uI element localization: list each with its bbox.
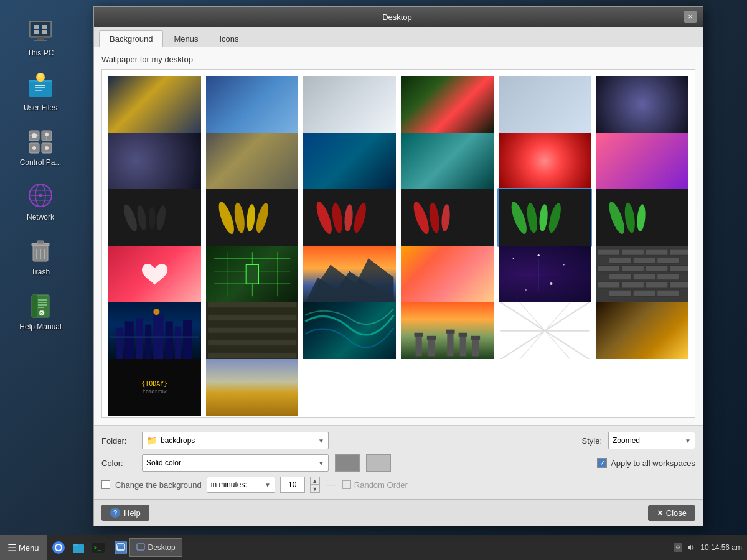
wallpaper-item[interactable] — [205, 75, 300, 134]
wallpaper-item[interactable] — [594, 245, 690, 304]
close-button[interactable]: ✕ Close — [648, 505, 695, 521]
wallpaper-item[interactable]: {TODAY} tomorrow — [107, 358, 202, 417]
taskbar-menu-button[interactable]: ☰ Menu — [0, 535, 47, 560]
apply-workspace-area: ✓ Apply to all workspaces — [597, 458, 695, 468]
sidebar-item-user-files[interactable]: User Files — [9, 67, 72, 116]
wallpaper-item[interactable] — [594, 188, 690, 247]
folder-select[interactable]: 📁 backdrops ▼ — [142, 432, 329, 449]
svg-rect-106 — [633, 290, 655, 296]
style-select[interactable]: Zoomed ▼ — [608, 432, 695, 449]
wallpaper-item[interactable] — [205, 188, 300, 247]
wallpaper-item[interactable] — [302, 245, 397, 304]
taskbar-tray-icon-1: ⚙ — [673, 543, 683, 553]
wallpaper-item[interactable] — [497, 131, 593, 190]
minutes-increase-button[interactable]: ▲ — [310, 477, 320, 485]
svg-text:⚙: ⚙ — [675, 544, 680, 551]
minutes-value[interactable]: 10 — [280, 477, 305, 493]
taskbar-files-icon[interactable] — [70, 539, 87, 556]
random-order-checkbox[interactable] — [342, 480, 351, 489]
minutes-select-arrow: ▼ — [265, 482, 271, 488]
tab-background[interactable]: Background — [99, 30, 163, 47]
taskbar-chrome-icon[interactable] — [50, 539, 67, 556]
minutes-select[interactable]: in minutes: ▼ — [207, 477, 275, 493]
wallpaper-item[interactable] — [107, 301, 202, 360]
svg-rect-132 — [446, 330, 454, 334]
wallpaper-item[interactable] — [497, 301, 593, 360]
wallpaper-item[interactable] — [400, 188, 495, 247]
help-icon: ? — [110, 508, 120, 518]
svg-rect-37 — [37, 241, 44, 244]
wallpaper-item[interactable] — [205, 245, 300, 304]
dialog-title: Desktop — [382, 12, 412, 22]
wallpaper-item[interactable] — [107, 131, 202, 190]
wallpaper-item[interactable] — [497, 245, 593, 304]
tab-icons[interactable]: Icons — [209, 30, 249, 47]
svg-rect-92 — [633, 257, 655, 263]
minutes-decrease-button[interactable]: ▼ — [310, 485, 320, 493]
taskbar-volume-icon[interactable] — [687, 543, 697, 553]
svg-rect-93 — [657, 257, 680, 263]
wallpaper-item[interactable] — [400, 131, 495, 190]
controls-row-folder: Folder: 📁 backdrops ▼ Style: Zoomed ▼ — [101, 432, 695, 449]
apply-workspace-checkbox[interactable]: ✓ — [597, 458, 607, 468]
svg-rect-42 — [32, 295, 37, 317]
sidebar: This PC User Files — [0, 0, 81, 535]
wallpaper-item[interactable] — [205, 358, 300, 417]
color-select[interactable]: Solid color ▼ — [142, 454, 329, 472]
svg-point-81 — [537, 254, 539, 256]
wallpaper-item[interactable] — [400, 245, 495, 304]
help-button[interactable]: ? Help — [101, 505, 149, 521]
taskbar-time: 10:14:56 am — [700, 543, 742, 552]
sidebar-item-help-manual[interactable]: ? Help Manual — [9, 286, 72, 335]
taskbar-terminal-icon[interactable]: >_ — [90, 539, 107, 556]
wallpaper-item[interactable] — [302, 188, 397, 247]
taskbar: ☰ Menu >_ Desktop — [0, 535, 747, 560]
taskbar-app-desktop[interactable]: Desktop — [129, 538, 182, 557]
wallpaper-item[interactable] — [302, 301, 397, 360]
wallpaper-item[interactable] — [594, 131, 690, 190]
svg-point-84 — [525, 289, 527, 291]
color-swatch-1[interactable] — [335, 454, 360, 472]
wallpaper-item[interactable] — [107, 188, 202, 247]
taskbar-icons-area: >_ — [47, 539, 110, 556]
dialog-close-button[interactable]: × — [684, 11, 697, 23]
svg-rect-105 — [609, 290, 632, 296]
svg-rect-111 — [145, 325, 151, 360]
sidebar-item-trash[interactable]: Trash — [9, 231, 72, 280]
wallpaper-item[interactable] — [302, 131, 397, 190]
wallpaper-item[interactable] — [400, 75, 495, 134]
wallpaper-item[interactable] — [497, 188, 593, 247]
tab-bar: Background Menus Icons — [94, 27, 703, 47]
color-swatch-2[interactable] — [366, 454, 391, 472]
sidebar-item-this-pc[interactable]: This PC — [9, 12, 72, 61]
svg-rect-97 — [670, 265, 688, 271]
wallpaper-item[interactable] — [302, 75, 397, 134]
svg-point-62 — [428, 202, 441, 233]
sidebar-item-control-panel[interactable]: Control Pa... — [9, 122, 72, 170]
svg-point-21 — [32, 133, 37, 138]
controls-row-change-bg: Change the background in minutes: ▼ 10 ▲… — [101, 477, 695, 493]
sidebar-item-label-network: Network — [27, 213, 54, 222]
svg-point-27 — [32, 146, 36, 150]
help-label: Help — [124, 508, 141, 518]
svg-point-67 — [547, 202, 563, 233]
change-bg-checkbox[interactable] — [101, 480, 110, 489]
tab-menus[interactable]: Menus — [163, 30, 209, 47]
wallpaper-item[interactable] — [594, 301, 690, 360]
sidebar-item-network[interactable]: Network — [9, 177, 72, 225]
wallpaper-item[interactable] — [497, 75, 593, 134]
wallpaper-item[interactable] — [205, 301, 300, 360]
wallpaper-item[interactable] — [107, 75, 202, 134]
svg-text:>_: >_ — [94, 544, 101, 551]
svg-rect-119 — [208, 309, 296, 314]
wallpaper-item[interactable] — [594, 75, 690, 134]
wallpaper-item[interactable] — [205, 131, 300, 190]
wallpaper-item[interactable] — [400, 301, 495, 360]
wallpaper-item[interactable] — [107, 245, 202, 304]
svg-rect-133 — [460, 334, 466, 357]
desktop: This PC User Files — [0, 0, 747, 560]
svg-rect-100 — [657, 274, 680, 280]
wallpaper-grid: {TODAY} tomorrow — [101, 69, 695, 418]
wallpaper-heading: Wallpaper for my desktop — [101, 55, 695, 64]
svg-rect-103 — [646, 282, 669, 288]
